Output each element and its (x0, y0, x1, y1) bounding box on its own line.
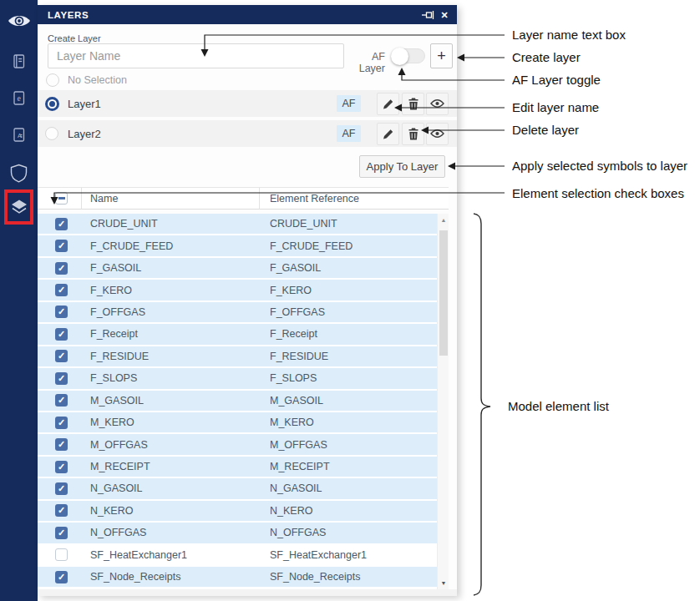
table-row[interactable]: ✓F_CRUDE_FEEDF_CRUDE_FEED (38, 235, 437, 257)
table-row[interactable]: ✓F_ReceiptF_Receipt (38, 324, 437, 346)
row-element-reference: CRUDE_UNIT (270, 218, 337, 230)
row-checkbox[interactable]: ✓ (55, 504, 68, 517)
row-name: M_OFFGAS (90, 439, 148, 451)
row-checkbox[interactable]: ✓ (55, 284, 68, 296)
row-checkbox[interactable]: ✓ (55, 394, 68, 407)
annotation-model-element-list: Model element list (508, 399, 609, 413)
table-row[interactable]: ✓F_OFFGASF_OFFGAS (38, 302, 437, 324)
app-sidebar: e A (0, 0, 38, 601)
table-row[interactable]: ✓F_GASOILF_GASOIL (38, 258, 437, 280)
delete-layer-button[interactable] (402, 123, 424, 145)
af-layer-label: AF Layer (343, 51, 385, 74)
table-row[interactable]: ✓N_GASOILN_GASOIL (38, 478, 437, 500)
delete-layer-button[interactable] (402, 93, 424, 115)
screenshot-root: e A LAYERS (0, 0, 700, 601)
table-row[interactable]: ✓CRUDE_UNITCRUDE_UNIT (38, 214, 437, 235)
row-checkbox[interactable]: ✓ (55, 218, 68, 230)
layer-name: Layer1 (68, 98, 101, 110)
no-selection-label: No Selection (68, 74, 127, 86)
scroll-down-icon[interactable]: ▼ (438, 580, 449, 586)
svg-text:A: A (18, 132, 22, 139)
row-checkbox[interactable]: ✓ (55, 438, 68, 451)
create-layer-button[interactable]: + (430, 43, 453, 68)
table-row[interactable]: ✓N_KERON_KERO (38, 501, 437, 523)
arrowhead-left-create-layer (457, 54, 464, 62)
annotation-af-layer-toggle: AF Layer toggle (512, 73, 601, 87)
scroll-up-icon[interactable]: ▲ (438, 217, 449, 223)
shield-icon[interactable] (0, 164, 38, 183)
row-name: F_Receipt (90, 328, 138, 340)
column-header-element-reference[interactable]: Element Reference (270, 193, 359, 205)
row-checkbox[interactable] (55, 548, 68, 561)
edit-layer-button[interactable] (377, 93, 399, 115)
row-element-reference: F_RESIDUE (270, 351, 328, 362)
details-icon[interactable]: A (0, 127, 38, 143)
column-header-name[interactable]: Name (90, 193, 118, 205)
row-element-reference: N_KERO (270, 505, 312, 517)
journal-icon[interactable] (0, 53, 38, 69)
layer1-radio[interactable] (45, 97, 59, 111)
row-name: F_CRUDE_FEED (90, 240, 173, 252)
row-element-reference: F_SLOPS (270, 372, 317, 384)
edit-layer-button[interactable] (377, 123, 399, 145)
row-name: F_RESIDUE (90, 351, 149, 362)
table-row[interactable]: ✓M_KEROM_KERO (38, 412, 437, 434)
layer-visibility-button[interactable] (426, 123, 449, 145)
row-name: F_OFFGAS (90, 306, 145, 318)
row-name: M_KERO (90, 417, 134, 428)
row-element-reference: SF_HeatExchanger1 (270, 549, 367, 561)
row-checkbox[interactable]: ✓ (55, 306, 68, 318)
row-name: SF_Node_Receipts (90, 571, 180, 583)
annotation-create-layer: Create layer (512, 50, 581, 64)
layer-name-input[interactable] (48, 43, 344, 68)
table-row[interactable]: ✓F_SLOPSF_SLOPS (38, 368, 437, 390)
table-row[interactable]: ✓F_RESIDUEF_RESIDUE (38, 346, 437, 368)
row-element-reference: F_Receipt (270, 328, 317, 340)
row-checkbox[interactable]: ✓ (55, 417, 68, 429)
af-layer-toggle[interactable] (392, 48, 425, 63)
row-name: CRUDE_UNIT (90, 218, 158, 230)
row-name: N_KERO (90, 505, 133, 517)
row-checkbox[interactable]: ✓ (55, 571, 68, 583)
row-checkbox[interactable]: ✓ (55, 262, 68, 275)
table-row[interactable]: ✓M_OFFGASM_OFFGAS (38, 434, 437, 456)
pin-icon[interactable] (422, 8, 435, 22)
table-row[interactable]: ✓M_RECEIPTM_RECEIPT (38, 457, 437, 478)
table-row[interactable]: ✓F_KEROF_KERO (38, 280, 437, 301)
table-row[interactable]: ✓M_GASOILM_GASOIL (38, 391, 437, 412)
no-selection-radio[interactable] (46, 73, 59, 87)
element-table-header: Name Element Reference (38, 187, 449, 210)
table-row[interactable]: ✓SF_Node_ReceiptsSF_Node_Receipts (38, 567, 437, 588)
row-checkbox[interactable]: ✓ (55, 372, 68, 385)
select-all-checkbox[interactable] (55, 192, 68, 205)
no-selection-option[interactable]: No Selection (46, 73, 127, 87)
svg-text:e: e (17, 93, 21, 103)
layer2-radio[interactable] (45, 127, 58, 140)
scrollbar-thumb[interactable] (439, 230, 448, 356)
row-checkbox[interactable]: ✓ (55, 240, 68, 252)
brace-model-element-list (474, 214, 490, 595)
row-element-reference: N_GASOIL (270, 482, 322, 494)
layer-row-layer1[interactable]: Layer1 AF (38, 90, 457, 117)
annotation-edit-layer-name: Edit layer name (512, 100, 599, 114)
table-row[interactable]: ✓N_OFFGASN_OFFGAS (38, 523, 437, 544)
row-name: F_KERO (90, 285, 132, 296)
row-name: SF_HeatExchanger1 (90, 549, 187, 561)
layer-row-layer2[interactable]: Layer2 AF (38, 120, 457, 147)
annotation-element-selection-checkboxes: Element selection check boxes (512, 186, 684, 200)
create-layer-label: Create Layer (48, 33, 101, 43)
close-icon[interactable]: ✕ (438, 8, 451, 22)
row-checkbox[interactable]: ✓ (55, 328, 68, 341)
row-checkbox[interactable]: ✓ (55, 527, 68, 539)
table-row[interactable]: SF_HeatExchanger1SF_HeatExchanger1 (38, 545, 437, 567)
apply-to-layer-button[interactable]: Apply To Layer (359, 155, 445, 178)
table-scrollbar[interactable]: ▲ ▼ (437, 214, 449, 589)
events-icon[interactable]: e (0, 90, 38, 106)
row-element-reference: M_RECEIPT (270, 461, 330, 472)
panel-title: LAYERS (48, 10, 89, 20)
layer-visibility-button[interactable] (426, 93, 449, 115)
row-element-reference: N_OFFGAS (270, 527, 326, 538)
row-checkbox[interactable]: ✓ (55, 350, 68, 362)
row-checkbox[interactable]: ✓ (55, 482, 68, 495)
row-checkbox[interactable]: ✓ (55, 461, 68, 473)
